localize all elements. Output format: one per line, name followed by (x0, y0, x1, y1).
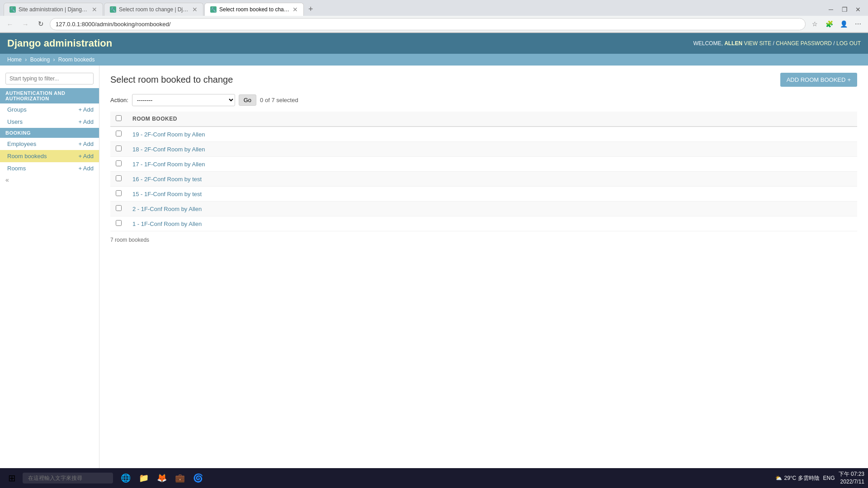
browser-tab-2[interactable]: 🔧 Select room to change | Django... ✕ (104, 3, 203, 16)
row-checkbox-0[interactable] (116, 131, 122, 136)
sidebar-section-booking: Booking (0, 128, 99, 138)
tab-favicon-1: 🔧 (9, 6, 16, 13)
taskbar-app-1[interactable]: 🌐 (118, 470, 134, 486)
action-go-button[interactable]: Go (239, 94, 256, 106)
sidebar-filter-input[interactable] (5, 73, 94, 84)
table-header-row: ROOM BOOKED (110, 112, 857, 127)
tab-strip-container: 🔧 Site administration | Django site... ✕… (0, 0, 868, 16)
table-row: 2 - 1F-Conf Room by Allen (110, 202, 857, 216)
page-title: Select room booked to change (110, 75, 233, 85)
sidebar-link-employees[interactable]: Employees (7, 141, 36, 147)
sidebar-add-groups[interactable]: + Add (78, 106, 94, 113)
bookmark-star-button[interactable]: ☆ (808, 18, 821, 30)
result-count: 7 room bookeds (110, 237, 857, 243)
row-link-5[interactable]: 2 - 1F-Conf Room by Allen (132, 206, 202, 212)
taskbar-app-5[interactable]: 🌀 (190, 470, 206, 486)
row-link-0[interactable]: 19 - 2F-Conf Room by Allen (132, 131, 205, 138)
row-link-3[interactable]: 16 - 2F-Conf Room by test (132, 176, 202, 183)
change-password-link[interactable]: CHANGE PASSWORD (776, 40, 832, 47)
sidebar-item-employees[interactable]: Employees + Add (0, 138, 99, 150)
browser-action-buttons: ☆ 🧩 👤 ⋯ (808, 18, 864, 30)
sidebar-link-groups[interactable]: Groups (7, 106, 27, 113)
sidebar-link-users[interactable]: Users (7, 118, 23, 125)
django-header-user: WELCOME, ALLEN VIEW SITE / CHANGE PASSWO… (693, 40, 861, 47)
add-room-booked-button[interactable]: ADD ROOM BOOKED + (780, 73, 857, 87)
sidebar-item-rooms[interactable]: Rooms + Add (0, 162, 99, 174)
sidebar-add-rooms[interactable]: + Add (78, 165, 94, 172)
taskbar-app-2[interactable]: 📁 (136, 470, 152, 486)
row-checkbox-6[interactable] (116, 220, 122, 226)
sidebar-item-users[interactable]: Users + Add (0, 116, 99, 128)
address-bar[interactable] (50, 18, 806, 30)
sidebar-add-employees[interactable]: + Add (78, 141, 94, 147)
select-all-checkbox[interactable] (116, 115, 122, 121)
new-tab-button[interactable]: + (305, 3, 317, 16)
taskbar-system: ⛅ 29°C 多雲時陰 ENG 下午 07:23 2022/7/11 (775, 470, 864, 486)
date-display: 2022/7/11 (839, 478, 864, 486)
browser-chrome: 🔧 Site administration | Django site... ✕… (0, 0, 868, 33)
welcome-prefix: WELCOME, (693, 40, 722, 47)
row-link-2[interactable]: 17 - 1F-Conf Room by Allen (132, 161, 205, 168)
sidebar-section-auth: Authentication and Authorization (0, 88, 99, 103)
sidebar-link-room-bookeds[interactable]: Room bookeds (7, 153, 47, 160)
username-link[interactable]: ALLEN (724, 40, 742, 47)
minimize-button[interactable]: ─ (825, 3, 837, 16)
breadcrumb-home[interactable]: Home (7, 56, 22, 63)
table-row: 17 - 1F-Conf Room by Allen (110, 157, 857, 172)
sidebar-link-rooms[interactable]: Rooms (7, 165, 26, 172)
time-display: 下午 07:23 (839, 470, 864, 478)
row-link-6[interactable]: 1 - 1F-Conf Room by Allen (132, 221, 202, 227)
tab-close-1[interactable]: ✕ (92, 6, 97, 13)
taskbar-app-4[interactable]: 💼 (172, 470, 188, 486)
sidebar-item-room-bookeds[interactable]: Room bookeds + Add (0, 150, 99, 162)
row-link-4[interactable]: 15 - 1F-Conf Room by test (132, 191, 202, 197)
table-row: 18 - 2F-Conf Room by Allen (110, 142, 857, 157)
table-row: 15 - 1F-Conf Room by test (110, 187, 857, 202)
sidebar-add-room-bookeds[interactable]: + Add (78, 153, 94, 160)
row-link-1[interactable]: 18 - 2F-Conf Room by Allen (132, 146, 205, 153)
action-select[interactable]: -------- Delete selected room bookeds (132, 94, 235, 106)
add-room-booked-label: ADD ROOM BOOKED (787, 76, 846, 83)
sidebar-collapse-button[interactable]: « (0, 174, 99, 185)
taskbar-search-input[interactable] (23, 473, 113, 483)
tab-title-3: Select room booked to change (219, 6, 290, 13)
tab-close-3[interactable]: ✕ (292, 6, 298, 13)
profile-button[interactable]: 👤 (837, 18, 850, 30)
taskbar-app-3[interactable]: 🦊 (154, 470, 170, 486)
tab-title-1: Site administration | Django site... (19, 6, 89, 13)
restore-button[interactable]: ❐ (838, 3, 851, 16)
log-out-link[interactable]: LOG OUT (836, 40, 861, 47)
sidebar-add-users[interactable]: + Add (78, 118, 94, 125)
sidebar: Authentication and Authorization Groups … (0, 66, 99, 488)
close-button[interactable]: ✕ (852, 3, 864, 16)
taskbar: ⊞ 🌐 📁 🦊 💼 🌀 ⛅ 29°C 多雲時陰 ENG 下午 07:23 202… (0, 468, 868, 488)
refresh-button[interactable]: ↻ (34, 18, 47, 30)
row-checkbox-3[interactable] (116, 175, 122, 181)
row-checkbox-2[interactable] (116, 160, 122, 166)
browser-tab-1[interactable]: 🔧 Site administration | Django site... ✕ (4, 3, 103, 16)
browser-tab-3[interactable]: 🔧 Select room booked to change ✕ (204, 3, 304, 16)
breadcrumb-booking[interactable]: Booking (30, 56, 50, 63)
tab-close-2[interactable]: ✕ (192, 6, 198, 13)
row-checkbox-5[interactable] (116, 205, 122, 211)
row-checkbox-1[interactable] (116, 145, 122, 151)
table-row: 1 - 1F-Conf Room by Allen (110, 216, 857, 231)
more-button[interactable]: ⋯ (852, 18, 864, 30)
django-admin-title[interactable]: Django administration (7, 38, 112, 49)
view-site-link[interactable]: VIEW SITE (744, 40, 771, 47)
sidebar-item-groups[interactable]: Groups + Add (0, 103, 99, 116)
breadcrumb-current: Room bookeds (58, 56, 95, 63)
add-icon: + (847, 76, 851, 83)
django-header: Django administration WELCOME, ALLEN VIE… (0, 33, 868, 54)
forward-button[interactable]: → (19, 18, 32, 30)
taskbar-apps: 🌐 📁 🦊 💼 🌀 (118, 470, 206, 486)
action-bar: Action: -------- Delete selected room bo… (110, 94, 857, 106)
tab-strip: 🔧 Site administration | Django site... ✕… (4, 3, 821, 16)
table-row: 19 - 2F-Conf Room by Allen (110, 127, 857, 142)
start-button[interactable]: ⊞ (4, 470, 20, 486)
extensions-button[interactable]: 🧩 (823, 18, 835, 30)
weather-icon: ⛅ (775, 475, 782, 481)
row-checkbox-4[interactable] (116, 190, 122, 196)
back-button[interactable]: ← (4, 18, 16, 30)
action-label: Action: (110, 97, 128, 103)
